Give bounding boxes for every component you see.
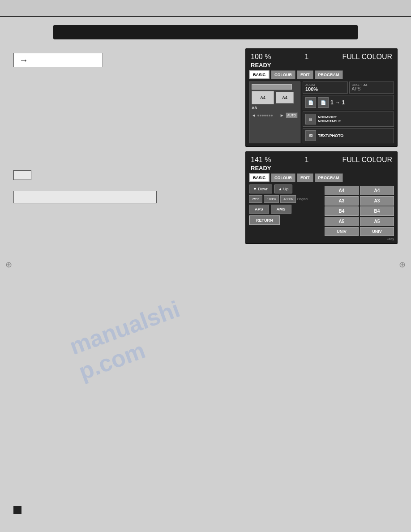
tab-colour-2[interactable]: COLOUR bbox=[271, 173, 295, 182]
tab-basic-2[interactable]: BASIC bbox=[249, 173, 270, 182]
paper-a4-label-right: A4 bbox=[282, 95, 287, 100]
arrow-box: → bbox=[13, 53, 103, 67]
pct-25-btn[interactable]: 25% bbox=[249, 195, 262, 203]
org-box: ORG.→ A4 APS bbox=[349, 82, 394, 94]
tab-basic-1[interactable]: BASIC bbox=[249, 70, 270, 79]
pct-row: 25% 100% 400% Original bbox=[249, 195, 322, 203]
tab-row-1: BASIC COLOUR EDIT PROGRAM bbox=[249, 70, 394, 79]
copy-a3-btn[interactable]: A3 bbox=[360, 196, 394, 206]
tab-edit-1[interactable]: EDIT bbox=[297, 70, 313, 79]
orig-b4-btn[interactable]: B4 bbox=[325, 206, 359, 216]
ready-2: READY bbox=[249, 165, 394, 172]
copy-univ-btn[interactable]: UNIV bbox=[360, 227, 394, 236]
copy-a4-btn[interactable]: A4 bbox=[360, 186, 394, 195]
arrow-icon: → bbox=[19, 55, 28, 65]
left-panel: → bbox=[13, 48, 236, 244]
paper-row-a3: A3 bbox=[252, 106, 298, 110]
copier-display-2: 141 % 1 FULL COLOUR READY BASIC COLOUR E… bbox=[245, 151, 398, 244]
down-up-row: ▼ Down ▲ Up bbox=[249, 184, 322, 193]
ready-1: READY bbox=[249, 62, 394, 69]
paper-a4-label-left: A4 bbox=[260, 95, 265, 100]
size-row-a4: A4 A4 bbox=[325, 186, 394, 195]
sort-labels: NON-SORT NON-STAPLE bbox=[318, 115, 341, 123]
ams-button[interactable]: AMS bbox=[271, 205, 291, 214]
copy-label-row: Copy bbox=[325, 237, 394, 240]
sort-icon: ▤ bbox=[305, 114, 316, 124]
paper-row-a4: A4 A4 bbox=[252, 91, 298, 104]
paper-a3-label: A3 bbox=[252, 106, 257, 110]
zoom-label: ZOOM bbox=[305, 83, 345, 86]
info-section-1: ZOOM 100% ORG.→ A4 APS bbox=[303, 82, 394, 143]
tab-colour-1[interactable]: COLOUR bbox=[271, 70, 295, 79]
quality-label: TEXT/PHOTO bbox=[318, 133, 343, 138]
aps-label: APS bbox=[352, 86, 392, 91]
percent-2: 141 % bbox=[251, 156, 271, 164]
crosshair-left: ⊕ bbox=[5, 260, 12, 270]
percent-1: 100 % bbox=[251, 53, 271, 61]
staple-label: NON-STAPLE bbox=[318, 119, 341, 123]
tab-program-1[interactable]: PROGRAM bbox=[315, 70, 343, 79]
paper-section-1: A4 A4 A3 ◄ bbox=[249, 82, 300, 143]
copier2-left-controls: ▼ Down ▲ Up 25% 100% 400% Original APS A… bbox=[249, 184, 322, 240]
header-bar bbox=[53, 25, 358, 39]
tab-program-2[interactable]: PROGRAM bbox=[315, 173, 343, 182]
aps-ams-row: APS AMS bbox=[249, 205, 322, 214]
original-label: Original bbox=[297, 197, 308, 201]
duplex-icon-2: 📄 bbox=[318, 97, 329, 108]
orig-a3-btn[interactable]: A3 bbox=[325, 196, 359, 206]
size-row-univ: UNIV UNIV bbox=[325, 227, 394, 236]
down-button[interactable]: ▼ Down bbox=[249, 184, 272, 193]
tab-row-2: BASIC COLOUR EDIT PROGRAM bbox=[249, 173, 394, 182]
quality-icon: 🖼 bbox=[305, 130, 316, 141]
size-row-a5: A5 A5 bbox=[325, 217, 394, 226]
page-marker bbox=[13, 506, 21, 514]
scanner-lid bbox=[252, 84, 292, 90]
slider-arrow-left[interactable]: ◄ bbox=[252, 113, 256, 118]
crosshair-right: ⊕ bbox=[399, 260, 406, 270]
pct-100-btn[interactable]: 100% bbox=[264, 195, 279, 203]
watermark: manualship.com bbox=[66, 296, 193, 386]
copier2-body: ▼ Down ▲ Up 25% 100% 400% Original APS A… bbox=[249, 184, 394, 240]
return-button[interactable]: RETURN bbox=[249, 215, 280, 225]
copier-display-1: 100 % 1 FULL COLOUR READY BASIC COLOUR E… bbox=[245, 48, 398, 147]
auto-button-1[interactable]: AUTO bbox=[286, 112, 298, 118]
up-button[interactable]: ▲ Up bbox=[274, 184, 292, 193]
small-red-box bbox=[13, 170, 31, 180]
org-label: ORG.→ A4 bbox=[352, 83, 392, 86]
copy-count-2: 1 bbox=[305, 156, 309, 164]
duplex-icon: 📄 bbox=[305, 97, 316, 108]
orig-a5-btn[interactable]: A5 bbox=[325, 217, 359, 226]
orig-a4-btn[interactable]: A4 bbox=[325, 186, 359, 195]
tab-edit-2[interactable]: EDIT bbox=[297, 173, 313, 182]
full-colour-1: FULL COLOUR bbox=[342, 53, 392, 61]
zoom-box: ZOOM 100% bbox=[303, 82, 348, 94]
copier2-size-grid: A4 A4 A3 A3 B4 B4 A5 A5 bbox=[325, 184, 394, 240]
copy-label: Copy bbox=[387, 237, 394, 240]
aps-button[interactable]: APS bbox=[249, 205, 269, 214]
status-row-1: 100 % 1 FULL COLOUR bbox=[249, 52, 394, 62]
right-panel: 100 % 1 FULL COLOUR READY BASIC COLOUR E… bbox=[245, 48, 398, 244]
slider-dots bbox=[257, 115, 278, 116]
copy-b4-btn[interactable]: B4 bbox=[360, 206, 394, 216]
sort-label: NON-SORT bbox=[318, 115, 341, 119]
size-row-a3: A3 A3 bbox=[325, 196, 394, 206]
orig-univ-btn[interactable]: UNIV bbox=[325, 227, 359, 236]
full-colour-2: FULL COLOUR bbox=[342, 156, 392, 164]
zoom-org-row: ZOOM 100% ORG.→ A4 APS bbox=[303, 82, 394, 94]
quality-row: 🖼 TEXT/PHOTO bbox=[303, 128, 394, 143]
duplex-row: 📄 📄 1 → 1 bbox=[303, 95, 394, 110]
long-gray-box bbox=[13, 191, 157, 203]
slider-arrow-right[interactable]: ► bbox=[280, 113, 284, 118]
status-row-2: 141 % 1 FULL COLOUR bbox=[249, 155, 394, 165]
return-row: RETURN bbox=[249, 215, 322, 225]
sort-row: ▤ NON-SORT NON-STAPLE bbox=[303, 112, 394, 127]
pct-400-btn[interactable]: 400% bbox=[280, 195, 295, 203]
slider-row: ◄ ► AUTO bbox=[252, 112, 298, 118]
zoom-value: 100% bbox=[305, 86, 345, 92]
size-row-b4: B4 B4 bbox=[325, 206, 394, 216]
copy-a5-btn[interactable]: A5 bbox=[360, 217, 394, 226]
copy-count-1: 1 bbox=[305, 53, 309, 61]
top-bar bbox=[0, 0, 411, 17]
duplex-label: 1 → 1 bbox=[330, 99, 345, 106]
